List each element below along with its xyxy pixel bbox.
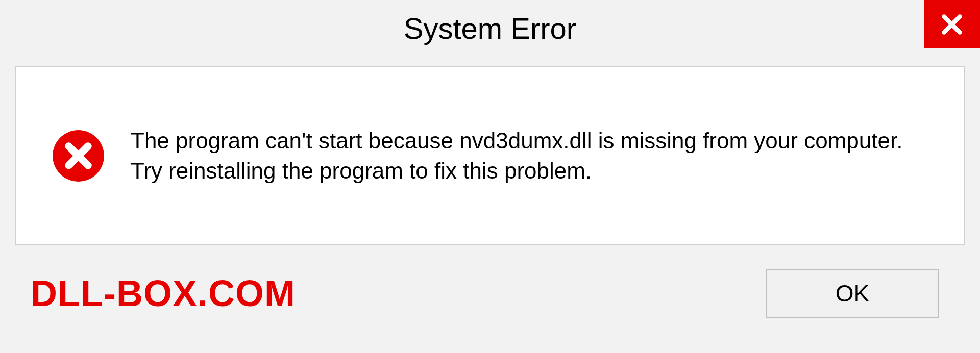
title-bar: System Error: [0, 0, 980, 56]
ok-button[interactable]: OK: [766, 269, 939, 318]
error-message: The program can't start because nvd3dumx…: [131, 125, 928, 186]
watermark-text: DLL-BOX.COM: [31, 272, 296, 314]
close-button[interactable]: [924, 0, 980, 48]
message-panel: The program can't start because nvd3dumx…: [15, 66, 965, 245]
close-icon: [940, 13, 964, 36]
dialog-title: System Error: [404, 11, 576, 45]
footer: DLL-BOX.COM OK: [15, 245, 965, 342]
error-icon: [52, 129, 105, 183]
